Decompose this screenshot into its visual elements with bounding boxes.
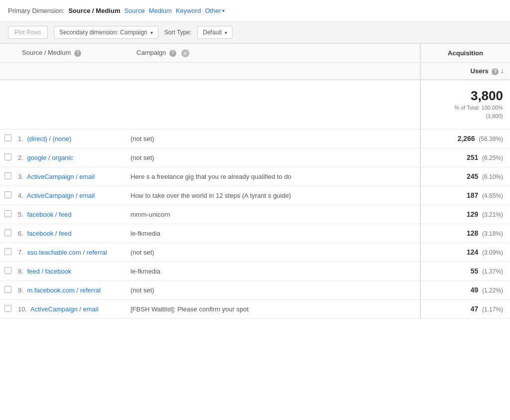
row-source-cell: 4. ActiveCampaign / email — [16, 186, 130, 205]
row-checkbox-cell[interactable] — [0, 148, 16, 167]
row-source-cell: 8. feed / facebook — [16, 262, 130, 280]
row-checkbox[interactable] — [4, 153, 11, 160]
users-sort-icon[interactable]: ↓ — [501, 67, 504, 75]
source-medium-link[interactable]: (direct) / (none) — [27, 135, 71, 142]
keyword-link[interactable]: Keyword — [176, 7, 201, 14]
row-source-cell: 10. ActiveCampaign / email — [16, 299, 130, 318]
users-value: 55 — [471, 267, 479, 275]
source-medium-link[interactable]: google / organic — [27, 154, 73, 161]
row-campaign-cell: le-fkmedia — [130, 224, 420, 243]
row-checkbox-cell[interactable] — [0, 299, 16, 318]
sub-header-campaign — [130, 62, 420, 80]
total-source-cell — [16, 80, 130, 130]
source-medium-header-label: Source / Medium — [22, 49, 71, 56]
sort-type-arrow-icon: ▾ — [225, 30, 227, 35]
table-row: 5. facebook / feed mmm-unicorn 129 (3.21… — [0, 205, 510, 224]
other-chevron-icon: ▾ — [222, 8, 225, 13]
total-paren: (3,800) — [486, 113, 503, 119]
row-users-cell: 128 (3.18%) — [420, 224, 510, 243]
table-row: 1. (direct) / (none) (not set) 2,266 (56… — [0, 129, 510, 148]
table-row: 3. ActiveCampaign / email Here s a freel… — [0, 167, 510, 186]
source-medium-link[interactable]: ActiveCampaign / email — [27, 173, 95, 180]
source-medium-link[interactable]: feed / facebook — [27, 268, 71, 275]
row-checkbox[interactable] — [4, 172, 11, 179]
users-value: 2,266 — [458, 135, 475, 142]
users-pct: (6.25%) — [482, 154, 503, 161]
row-number: 8. — [18, 268, 25, 275]
row-users-cell: 49 (1.22%) — [420, 280, 510, 299]
source-medium-link[interactable]: m.facebook.com / referral — [27, 286, 100, 294]
row-checkbox[interactable] — [4, 229, 11, 236]
row-checkbox-cell[interactable] — [0, 186, 16, 205]
table-body: 3,800 % of Total: 100.00% (3,800) 1. (di… — [0, 80, 510, 319]
total-percent-label: % of Total: 100.00% — [454, 105, 503, 111]
secondary-dimension-dropdown[interactable]: Secondary dimension: Campaign ▾ — [54, 26, 158, 39]
row-number: 3. — [18, 173, 25, 180]
source-medium-link[interactable]: ActiveCampaign / email — [30, 305, 99, 313]
row-number: 7. — [18, 249, 25, 256]
users-value: 251 — [467, 153, 478, 161]
sort-type-value: Default — [203, 29, 222, 36]
source-medium-link[interactable]: facebook / feed — [27, 211, 71, 218]
plot-rows-button[interactable]: Plot Rows — [8, 26, 48, 39]
row-checkbox-cell[interactable] — [0, 280, 16, 299]
header-acquisition: Acquisition — [420, 44, 510, 63]
source-link[interactable]: Source — [124, 7, 144, 14]
row-users-cell: 251 (6.25%) — [420, 148, 510, 167]
row-number: 10. — [18, 305, 29, 313]
total-checkbox-cell — [0, 80, 16, 130]
primary-dimension-bar: Primary Dimension: Source / Medium Sourc… — [0, 0, 510, 22]
row-number: 2. — [18, 154, 25, 161]
row-campaign-cell: (not set) — [130, 280, 420, 299]
campaign-info-icon[interactable]: ? — [169, 50, 176, 57]
toolbar: Plot Rows Secondary dimension: Campaign … — [0, 22, 510, 43]
secondary-dimension-label: Secondary dimension: Campaign — [59, 29, 147, 36]
row-checkbox-cell[interactable] — [0, 262, 16, 280]
users-pct: (1.37%) — [482, 268, 503, 275]
row-users-cell: 47 (1.17%) — [420, 299, 510, 318]
row-checkbox-cell[interactable] — [0, 129, 16, 148]
table-row: 7. sso.teachable.com / referral (not set… — [0, 243, 510, 262]
row-checkbox[interactable] — [4, 286, 11, 293]
sort-type-dropdown[interactable]: Default ▾ — [197, 26, 233, 39]
row-users-cell: 124 (3.09%) — [420, 243, 510, 262]
users-info-icon[interactable]: ? — [492, 68, 499, 75]
table-header-top: Source / Medium ? Campaign ? ✕ Acquisiti… — [0, 44, 510, 63]
row-checkbox[interactable] — [4, 191, 11, 198]
row-number: 6. — [18, 230, 25, 237]
header-source-medium: Source / Medium ? — [16, 44, 130, 63]
row-checkbox[interactable] — [4, 135, 11, 141]
table-row: 2. google / organic (not set) 251 (6.25%… — [0, 148, 510, 167]
row-checkbox[interactable] — [4, 248, 11, 255]
source-medium-info-icon[interactable]: ? — [74, 50, 81, 57]
row-checkbox[interactable] — [4, 305, 11, 312]
row-source-cell: 9. m.facebook.com / referral — [16, 280, 130, 299]
row-checkbox-cell[interactable] — [0, 205, 16, 224]
row-users-cell: 129 (3.21%) — [420, 205, 510, 224]
header-campaign: Campaign ? ✕ — [130, 44, 420, 63]
source-medium-link[interactable]: facebook / feed — [27, 230, 71, 237]
row-number: 5. — [18, 211, 25, 218]
row-campaign-cell: (not set) — [130, 148, 420, 167]
total-row: 3,800 % of Total: 100.00% (3,800) — [0, 80, 510, 130]
row-checkbox-cell[interactable] — [0, 224, 16, 243]
source-medium-link[interactable]: sso.teachable.com / referral — [27, 249, 107, 256]
users-pct: (56.38%) — [479, 136, 503, 142]
secondary-dimension-arrow-icon: ▾ — [150, 30, 153, 35]
users-pct: (3.21%) — [482, 211, 503, 218]
row-campaign-cell: [FBSH Waitlist]: Please confirm your spo… — [130, 299, 420, 318]
row-checkbox-cell[interactable] — [0, 167, 16, 186]
source-medium-link[interactable]: ActiveCampaign / email — [27, 192, 95, 199]
users-value: 129 — [467, 210, 478, 218]
row-number: 9. — [18, 286, 25, 294]
row-checkbox-cell[interactable] — [0, 243, 16, 262]
row-users-cell: 55 (1.37%) — [420, 262, 510, 280]
campaign-close-icon[interactable]: ✕ — [181, 49, 189, 57]
row-checkbox[interactable] — [4, 210, 11, 217]
medium-link[interactable]: Medium — [149, 7, 172, 14]
row-checkbox[interactable] — [4, 267, 11, 274]
other-label: Other — [205, 7, 221, 14]
other-dropdown[interactable]: Other ▾ — [205, 7, 225, 14]
primary-dimension-label: Primary Dimension: — [8, 7, 64, 14]
header-checkbox-cell — [0, 44, 16, 63]
